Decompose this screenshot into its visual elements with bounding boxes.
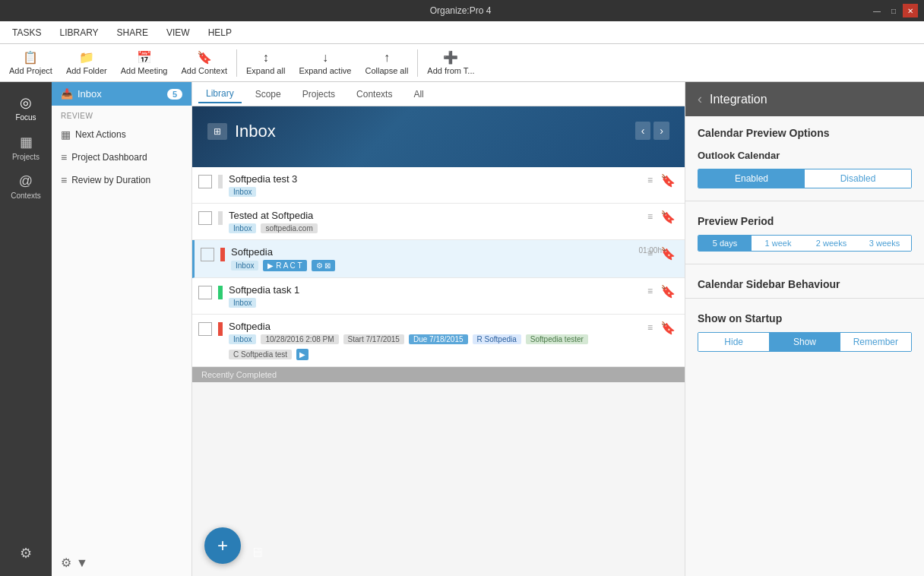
bookmark-2[interactable]: 🔖	[660, 210, 676, 224]
period-3weeks-button[interactable]: 3 weeks	[858, 236, 911, 251]
back-button[interactable]: ‹	[698, 91, 702, 107]
action-bar-3[interactable]: ▶ R A C T	[263, 260, 306, 271]
task-menu-4[interactable]: ≡	[646, 284, 654, 298]
maximize-button[interactable]: □	[886, 4, 901, 17]
table-row[interactable]: Softpedia task 1 Inbox ≡ 🔖	[192, 278, 685, 315]
inbox-next-button[interactable]: ›	[653, 122, 669, 140]
more-btn-5[interactable]: ▶	[296, 349, 309, 360]
sidebar-section-label: REVIEW	[52, 106, 191, 123]
startup-show-button[interactable]: Show	[769, 333, 840, 351]
table-row[interactable]: Tested at Softpedia Inbox softpedia.com …	[192, 204, 685, 240]
sidebar-item-next-actions[interactable]: ▦ Next Actions	[52, 123, 191, 146]
inbox-header: ⊞ Inbox ‹ ›	[192, 106, 685, 167]
sidebar-inbox[interactable]: 📥 Inbox 5	[52, 82, 191, 106]
outlook-disabled-button[interactable]: Disabled	[805, 169, 911, 188]
task-checkbox-5[interactable]	[198, 322, 212, 336]
add-meeting-icon: 📅	[137, 50, 152, 65]
tag-inbox-2: Inbox	[229, 223, 256, 233]
task-checkbox-1[interactable]	[198, 175, 212, 188]
expand-active-button[interactable]: ↓ Expand active	[293, 46, 357, 80]
startup-hide-button[interactable]: Hide	[698, 333, 769, 351]
table-row[interactable]: Softpedia Inbox ▶ R A C T ⚙ ⊠ 01:00h ≡ 🔖	[192, 240, 685, 278]
task-content-2: Tested at Softpedia Inbox softpedia.com	[229, 210, 640, 233]
tag-tester-5: Softpedia tester	[526, 334, 588, 344]
subtab-scope[interactable]: Scope	[248, 86, 289, 103]
add-meeting-button[interactable]: 📅 Add Meeting	[115, 46, 174, 80]
show-on-startup-group: Hide Show Remember	[698, 332, 912, 352]
focus-icon: ◎	[20, 94, 32, 111]
menu-library[interactable]: LIBRARY	[50, 24, 107, 41]
integration-title: Integration	[710, 93, 767, 106]
sub-toolbar: Library Scope Projects Contexts All	[192, 82, 685, 106]
close-button[interactable]: ✕	[903, 4, 918, 17]
task-title-4: Softpedia task 1	[229, 284, 640, 296]
task-title-5: Softpedia	[229, 321, 640, 332]
subtab-contexts[interactable]: Contexts	[349, 86, 400, 103]
grid-view-button[interactable]: ⊞	[207, 123, 227, 140]
add-project-button[interactable]: 📋 Add Project	[3, 46, 59, 80]
period-2weeks-button[interactable]: 2 weeks	[805, 236, 858, 251]
inbox-title: Inbox	[235, 122, 276, 141]
menu-share[interactable]: SHARE	[108, 24, 157, 41]
inbox-header-left: ⊞ Inbox	[207, 122, 276, 141]
task-checkbox-2[interactable]	[198, 211, 212, 225]
subtab-projects[interactable]: Projects	[295, 86, 343, 103]
nav-focus[interactable]: ◎ Focus	[0, 88, 52, 128]
add-task-fab[interactable]: +	[204, 527, 241, 564]
outlook-enabled-button[interactable]: Enabled	[698, 169, 805, 188]
task-meta-4: Inbox	[229, 298, 640, 308]
table-row[interactable]: Softpedia test 3 Inbox ≡ 🔖	[192, 167, 685, 204]
menu-tasks[interactable]: TASKS	[3, 24, 50, 41]
sidebar-item-project-dashboard[interactable]: ≡ Project Dashboard	[52, 146, 191, 169]
task-menu-2[interactable]: ≡	[646, 210, 654, 223]
priority-dot-1	[218, 175, 223, 188]
add-from-task-button[interactable]: ➕ Add from T...	[421, 46, 480, 80]
period-5days-button[interactable]: 5 days	[698, 236, 752, 251]
table-row[interactable]: Softpedia Inbox 10/28/2016 2:08 PM Start…	[192, 315, 685, 367]
minimize-button[interactable]: —	[869, 4, 884, 17]
add-context-button[interactable]: 🔖 Add Context	[175, 46, 233, 80]
subtab-all[interactable]: All	[406, 86, 431, 103]
bookmark-1[interactable]: 🔖	[660, 173, 676, 188]
bookmark-3[interactable]: 🔖	[660, 246, 676, 261]
recently-completed-label: Recently Completed	[201, 370, 277, 379]
tag-c-5: C Softpedia test	[229, 350, 292, 359]
preview-period-title: Preview Period	[685, 204, 924, 232]
menu-view[interactable]: VIEW	[157, 24, 199, 41]
task-content-4: Softpedia task 1 Inbox	[229, 284, 640, 308]
menu-help[interactable]: HELP	[199, 24, 241, 41]
sidebar-project-dashboard-label: Project Dashboard	[71, 152, 147, 163]
nav-settings[interactable]: ⚙	[0, 539, 52, 570]
nav-contexts[interactable]: @ Contexts	[0, 167, 52, 206]
inbox-prev-button[interactable]: ‹	[635, 122, 651, 140]
bookmark-5[interactable]: 🔖	[660, 321, 676, 335]
sidebar-item-review-duration[interactable]: ≡ Review by Duration	[52, 169, 191, 191]
expand-active-icon: ↓	[322, 51, 328, 65]
startup-remember-button[interactable]: Remember	[840, 333, 911, 351]
monitor-icon[interactable]: 🖥	[250, 545, 264, 561]
right-panel: ‹ Integration Calendar Preview Options O…	[685, 82, 924, 576]
toolbar-separator-2	[417, 49, 418, 77]
outlook-calendar-label: Outlook Calendar	[685, 144, 924, 166]
task-checkbox-3[interactable]	[201, 248, 214, 261]
sidebar-settings-icon[interactable]: ⚙	[61, 555, 71, 570]
task-menu-1[interactable]: ≡	[646, 173, 654, 187]
subtab-library[interactable]: Library	[198, 85, 242, 103]
sidebar-more-icon[interactable]: ▼	[76, 556, 88, 570]
sidebar-bottom: ⚙ ▼	[52, 549, 191, 576]
period-1week-button[interactable]: 1 week	[752, 236, 805, 251]
project-dashboard-icon: ≡	[61, 151, 67, 163]
expand-all-button[interactable]: ↕ Expand all	[240, 46, 291, 80]
bookmark-4[interactable]: 🔖	[660, 284, 676, 299]
collapse-all-label: Collapse all	[365, 66, 408, 75]
task-menu-5[interactable]: ≡	[646, 321, 654, 334]
nav-projects[interactable]: ▦ Projects	[0, 128, 52, 167]
add-folder-button[interactable]: 📁 Add Folder	[60, 46, 113, 80]
action-bar-3b[interactable]: ⚙ ⊠	[312, 260, 336, 271]
task-meta-1: Inbox	[229, 187, 640, 197]
add-meeting-label: Add Meeting	[121, 66, 168, 75]
collapse-all-button[interactable]: ↑ Collapse all	[359, 46, 414, 80]
task-meta-5: Inbox 10/28/2016 2:08 PM Start 7/17/2015…	[229, 334, 640, 360]
add-from-task-label: Add from T...	[427, 66, 474, 75]
task-checkbox-4[interactable]	[198, 286, 212, 299]
